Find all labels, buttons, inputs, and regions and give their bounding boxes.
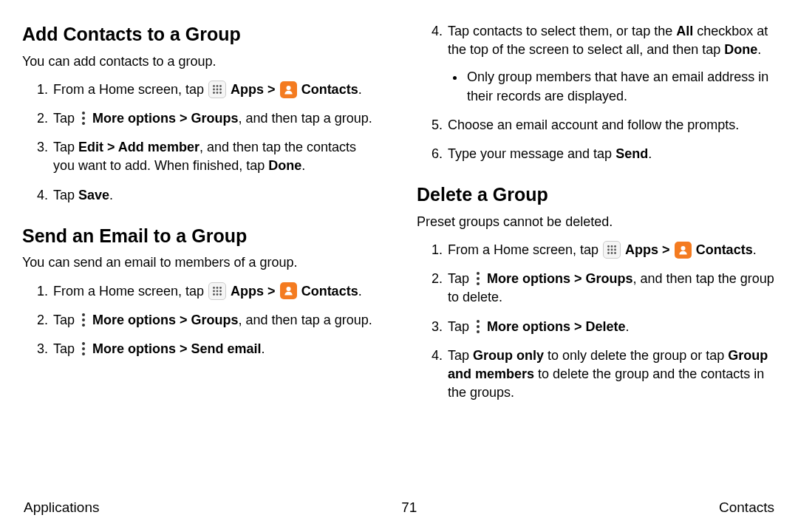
contacts-icon [675,242,692,259]
step-item: Tap More options > Groups, and then tap … [52,109,381,128]
column-left: Add Contacts to a Group You can add cont… [22,22,399,480]
footer-page-number: 71 [401,499,417,516]
steps-send-email-cont: Tap contacts to select them, or tap the … [417,22,776,163]
sub-bullet-list: Only group members that have an email ad… [448,68,776,105]
svg-point-30 [611,245,613,248]
step-item: Tap More options > Delete. [446,318,776,336]
step-bold: Done [724,42,757,57]
svg-point-36 [611,252,613,254]
step-text: Tap [53,313,78,327]
svg-point-6 [213,92,215,94]
svg-point-28 [82,352,85,355]
step-text: Tap contacts to select them, or tap the [448,24,676,38]
apps-icon [603,241,621,259]
step-text: Tap [53,140,78,154]
step-bold: More options > Groups [92,111,239,126]
footer-right: Contacts [719,499,774,516]
svg-point-34 [614,249,616,251]
svg-point-38 [681,246,685,250]
step-text: From a Home screen, tap [53,82,208,97]
svg-point-22 [286,287,290,291]
step-text: . [757,42,761,57]
svg-point-10 [82,112,85,115]
step-text: . [753,242,757,257]
svg-point-14 [216,287,219,289]
footer-left: Applications [24,499,99,516]
step-item: From a Home screen, tap Apps > Contacts. [446,241,776,259]
svg-point-19 [213,293,215,296]
svg-point-17 [216,290,219,292]
contacts-icon [280,282,297,299]
contacts-icon [280,81,297,98]
step-bold: Done [268,158,301,173]
svg-point-35 [607,252,610,254]
more-options-icon [79,341,88,357]
heading-delete-group: Delete a Group [417,183,776,207]
step-text: . [358,284,362,299]
step-text: . [301,158,305,173]
step-text: , and then tap a group. [239,111,372,126]
svg-point-16 [213,290,215,292]
step-item: Tap contacts to select them, or tap the … [446,22,776,106]
svg-point-9 [286,85,290,89]
svg-point-26 [82,342,85,345]
step-text: Tap [53,111,78,126]
svg-point-15 [219,287,222,289]
svg-point-41 [477,282,480,285]
column-right: Tap contacts to select them, or tap the … [399,22,776,480]
contacts-label: Contacts [696,242,753,257]
svg-point-24 [82,318,85,321]
apps-label: Apps [231,82,264,97]
svg-point-27 [82,347,85,350]
step-text: , and then tap a group. [239,313,372,327]
svg-point-12 [82,122,85,125]
path-arrow: > [662,242,674,257]
svg-point-21 [219,293,222,296]
svg-point-5 [219,89,222,91]
step-text: From a Home screen, tap [53,284,208,299]
apps-label: Apps [625,242,658,257]
steps-delete-group: From a Home screen, tap Apps > Contacts.… [417,241,776,402]
svg-point-39 [477,272,480,275]
svg-point-43 [477,325,480,328]
step-text: . [648,146,652,161]
step-item: From a Home screen, tap Apps > Contacts. [52,81,381,99]
contacts-label: Contacts [301,284,358,299]
step-bold: Send [615,146,648,161]
intro-send-email: You can send an email to members of a gr… [22,253,381,271]
intro-delete-group: Preset groups cannot be deleted. [417,213,776,231]
svg-point-40 [477,277,480,280]
step-item: Tap Group only to only delete the group … [446,347,776,403]
more-options-icon [79,312,88,328]
content-columns: Add Contacts to a Group You can add cont… [0,0,798,480]
step-item: Tap More options > Groups, and then tap … [52,311,381,330]
step-text: . [262,341,265,356]
manual-page: Add Contacts to a Group You can add cont… [0,0,798,532]
svg-point-31 [614,245,616,248]
step-text: Type your message and tap [448,146,615,161]
step-text: to only delete the group or tap [544,348,728,363]
svg-point-1 [216,85,219,87]
step-bold: More options > Groups [92,313,239,327]
svg-point-25 [82,324,85,327]
step-item: Choose an email account and follow the p… [446,116,776,134]
step-bold: More options > Groups [487,271,633,286]
apps-icon [208,81,226,98]
svg-point-18 [219,290,222,292]
more-options-icon [79,110,88,126]
svg-point-7 [216,92,219,94]
step-bold: All [676,24,693,38]
page-footer: Applications 71 Contacts [0,499,798,516]
step-bold: More options > Delete [487,319,626,334]
svg-point-29 [607,245,610,248]
step-text: Tap [448,271,473,286]
step-text: . [109,188,113,202]
path-arrow: > [267,284,279,299]
svg-point-8 [219,92,222,94]
svg-point-20 [216,293,219,296]
svg-point-3 [213,89,215,91]
step-bold: Edit > Add member [78,140,200,154]
steps-add-contacts: From a Home screen, tap Apps > Contacts.… [22,81,381,205]
contacts-label: Contacts [301,82,358,97]
svg-point-11 [82,117,85,120]
